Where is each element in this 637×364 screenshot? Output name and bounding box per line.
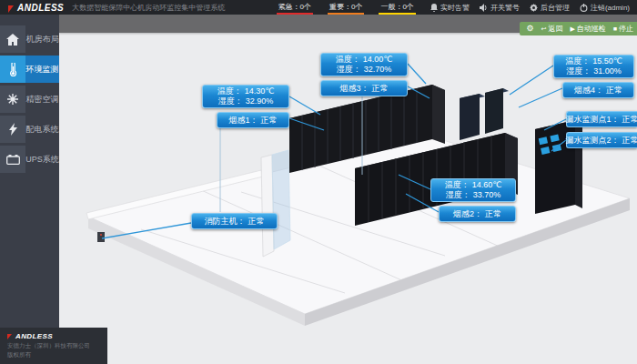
bell-icon xyxy=(430,4,438,12)
alarm-badge-major[interactable]: 重要：0个 xyxy=(328,0,364,15)
view-tools-group: ⚙ ↩ 返回 ▶ 自动巡检 ■ 停止 xyxy=(520,22,637,35)
humidity-reading: 湿度：32.70% xyxy=(337,65,392,75)
humidity-reading: 湿度：32.90% xyxy=(218,96,274,106)
footer-company: 安德力士（深圳）科技有限公司 xyxy=(7,341,107,349)
temp-label: 温度： xyxy=(445,180,470,190)
sensor-callout-zone2[interactable]: 温度：14.60℃ 湿度：33.70% xyxy=(430,178,516,202)
fire-reading: 消防主机：正常 xyxy=(205,217,265,227)
smoke-label: 烟感3： xyxy=(339,84,369,94)
leak-status: 正常 xyxy=(622,115,637,125)
app-title: 大数据智能保障中心机房动环监控集中管理系统 xyxy=(72,3,225,13)
leak-callout-1[interactable]: 漏水监测点1：正常 xyxy=(566,111,637,127)
alarm-badge-critical[interactable]: 紧急：0个 xyxy=(277,0,313,15)
temp-label: 温度： xyxy=(565,56,590,66)
header-nav: 实时告警 开关警号 后台管理 注销(admin) xyxy=(430,3,630,13)
smoke-callout-zone4[interactable]: 烟感4：正常 xyxy=(562,82,634,98)
sidebar-label-ups-system: UPS系统 xyxy=(25,146,59,173)
back-button[interactable]: ↩ 返回 xyxy=(541,24,563,34)
humidity-reading: 湿度：33.70% xyxy=(446,190,501,200)
sensor-callout-zone1[interactable]: 温度：14.30℃ 湿度：32.90% xyxy=(202,85,289,108)
sidebar-item-ups-system[interactable]: UPS系统 xyxy=(0,146,59,173)
humidity-value: 32.70% xyxy=(364,65,392,75)
machine-room-3d-panel: 温度：14.30℃ 湿度：32.90% 烟感1：正常 温度：14.00℃ 湿度：… xyxy=(59,33,637,364)
thermometer-icon xyxy=(0,56,25,83)
play-icon: ▶ xyxy=(570,25,574,33)
auto-patrol-label: 自动巡检 xyxy=(577,24,606,34)
smoke-label: 烟感1： xyxy=(228,116,258,126)
humidity-label: 湿度： xyxy=(218,96,243,106)
realtime-alarm-button[interactable]: 实时告警 xyxy=(430,3,470,13)
humidity-value: 32.90% xyxy=(246,96,274,106)
sensor-callout-zone3[interactable]: 温度：14.00℃ 湿度：32.70% xyxy=(320,53,408,76)
sidebar-label-precision-ac: 精密空调 xyxy=(25,86,59,113)
home-icon xyxy=(0,25,25,53)
smoke-label: 烟感4： xyxy=(574,86,603,96)
temp-reading: 温度：14.60℃ xyxy=(445,180,502,190)
alarm-sound-toggle-label: 开关警号 xyxy=(490,3,520,13)
sidebar-label-room-layout: 机房布局 xyxy=(25,25,59,53)
smoke-reading: 烟感3：正常 xyxy=(339,84,388,94)
sidebar-item-room-layout[interactable]: 机房布局 xyxy=(0,25,59,53)
speaker-icon xyxy=(480,4,488,12)
fire-host-callout[interactable]: 消防主机：正常 xyxy=(191,213,278,229)
smoke-status: 正常 xyxy=(606,86,622,96)
temp-value: 14.60℃ xyxy=(472,180,502,190)
sidebar-label-power-distribution: 配电系统 xyxy=(25,116,59,143)
temp-value: 15.50℃ xyxy=(592,56,622,66)
smoke-callout-zone1[interactable]: 烟感1：正常 xyxy=(217,112,289,128)
fire-label: 消防主机： xyxy=(205,217,246,227)
smoke-reading: 烟感4：正常 xyxy=(574,86,622,96)
alarm-badge-minor[interactable]: 一般：0个 xyxy=(379,0,415,15)
temp-reading: 温度：14.00℃ xyxy=(336,55,393,65)
humidity-label: 湿度： xyxy=(337,65,361,75)
smoke-callout-zone2[interactable]: 烟感2：正常 xyxy=(439,206,516,222)
view-settings-gear-icon[interactable]: ⚙ xyxy=(526,25,533,33)
humidity-label: 湿度： xyxy=(446,190,470,200)
sidebar-label-environment-monitor: 环境监测 xyxy=(25,56,59,83)
humidity-reading: 湿度：31.00% xyxy=(566,66,622,76)
smoke-status: 正常 xyxy=(485,209,501,219)
smoke-status: 正常 xyxy=(372,84,389,94)
smoke-reading: 烟感2：正常 xyxy=(453,209,501,219)
leak-reading: 漏水监测点1：正常 xyxy=(566,115,637,125)
sidebar-item-precision-ac[interactable]: 精密空调 xyxy=(0,86,59,113)
admin-console-label: 后台管理 xyxy=(541,3,570,13)
stop-patrol-button[interactable]: ■ 停止 xyxy=(613,24,633,34)
sensor-callout-zone4[interactable]: 温度：15.50℃ 湿度：31.00% xyxy=(553,55,634,78)
stop-icon: ■ xyxy=(613,25,617,32)
sidebar-item-power-distribution[interactable]: 配电系统 xyxy=(0,116,59,143)
temp-label: 温度： xyxy=(217,86,242,96)
stop-label: 停止 xyxy=(619,24,633,34)
sidebar-nav: 机房布局 环境监测 精密空调 配电系统 UPS系统 xyxy=(0,15,59,364)
power-icon xyxy=(580,4,588,12)
auto-patrol-button[interactable]: ▶ 自动巡检 xyxy=(570,24,605,34)
brand-logo: ANDLESS xyxy=(7,3,64,13)
humidity-value: 31.00% xyxy=(593,66,622,76)
leak-label: 漏水监测点2： xyxy=(566,136,620,146)
alarm-summary-badges: 紧急：0个 重要：0个 一般：0个 xyxy=(277,0,416,15)
footer-rights: 版权所有 xyxy=(7,350,107,359)
logout-label: 注销(admin) xyxy=(591,3,630,13)
smoke-reading: 烟感1：正常 xyxy=(228,116,277,126)
temp-reading: 温度：15.50℃ xyxy=(565,56,622,66)
leak-callout-2[interactable]: 漏水监测点2：正常 xyxy=(566,132,637,148)
realtime-alarm-label: 实时告警 xyxy=(440,3,470,13)
sidebar-item-environment-monitor[interactable]: 环境监测 xyxy=(0,56,59,83)
alarm-sound-toggle-button[interactable]: 开关警号 xyxy=(480,3,520,13)
footer-brand-block: ANDLESS 安德力士（深圳）科技有限公司 版权所有 xyxy=(0,328,107,364)
leak-status: 正常 xyxy=(622,136,637,146)
battery-icon xyxy=(0,146,25,173)
back-label: 返回 xyxy=(548,24,562,34)
dcim-monitoring-app: ANDLESS 大数据智能保障中心机房动环监控集中管理系统 紧急：0个 重要：0… xyxy=(0,0,637,364)
smoke-callout-zone3[interactable]: 烟感3：正常 xyxy=(320,80,408,96)
logout-button[interactable]: 注销(admin) xyxy=(580,3,630,13)
lightning-icon xyxy=(0,116,25,143)
hvac-fan-icon xyxy=(0,86,25,113)
temp-value: 14.30℃ xyxy=(245,86,275,96)
temp-value: 14.00℃ xyxy=(363,55,393,65)
leak-label: 漏水监测点1： xyxy=(566,115,620,125)
admin-console-button[interactable]: 后台管理 xyxy=(530,3,570,13)
temp-reading: 温度：14.30℃ xyxy=(217,86,275,96)
gear-icon xyxy=(530,4,538,12)
leak-reading: 漏水监测点2：正常 xyxy=(566,136,637,146)
